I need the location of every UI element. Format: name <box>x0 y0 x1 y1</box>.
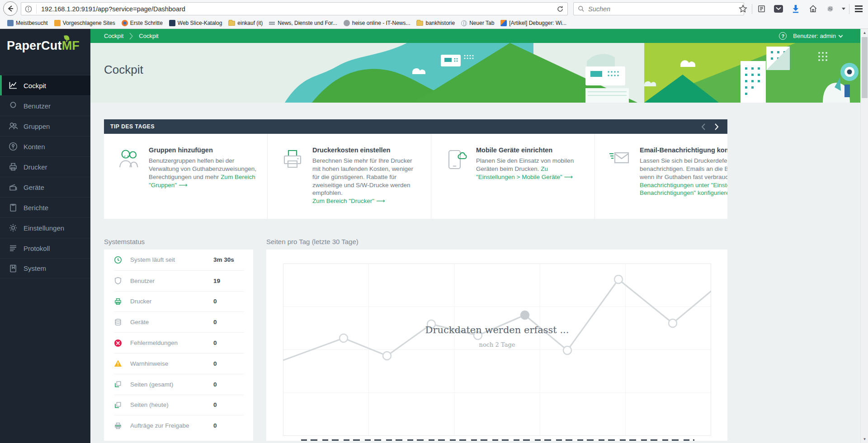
breadcrumb-cockpit[interactable]: Cockpit <box>104 33 123 39</box>
sidebar-item-drucker[interactable]: Drucker <box>0 156 90 177</box>
tip-title: Email-Benachrichtigung konfigurieren <box>640 146 727 155</box>
sidebar-item-protokoll[interactable]: Protokoll <box>0 238 90 258</box>
sidebar-item-system[interactable]: System <box>0 258 90 278</box>
tip-card-text: Mobile Geräte einrichten Planen Sie den … <box>476 146 584 219</box>
bookmark-item[interactable]: Vorgeschlagene Sites <box>51 18 118 28</box>
bookmark-label: Web Slice-Katalog <box>178 20 222 26</box>
pages-chart-card: Druckdaten werden erfasst ... noch 2 Tag… <box>266 250 727 441</box>
scrollbar-thumb[interactable] <box>862 37 868 98</box>
scroll-up-arrow[interactable]: ▲ <box>861 29 868 37</box>
tip-card-text: Gruppen hinzufügen Benutzergruppen helfe… <box>149 146 256 219</box>
uptime-clock-icon <box>114 256 122 264</box>
papercut-logo: PaperCutMF <box>0 29 90 53</box>
tip-body: Lassen Sie sich bei Druckerdefekten bena… <box>640 157 727 180</box>
sidebar: PaperCutMF Cockpit Benutzer <box>0 29 90 443</box>
chevron-down-icon <box>842 8 845 10</box>
arrow-right-icon[interactable]: ⟶ <box>179 182 187 189</box>
debugger-article-icon <box>500 20 507 26</box>
bookmark-star-button[interactable] <box>734 0 751 18</box>
search-bar[interactable]: Suchen <box>573 2 744 15</box>
home-button[interactable] <box>804 0 821 18</box>
arrow-right-icon[interactable]: ⟶ <box>564 174 572 180</box>
sidebar-item-label: Gruppen <box>24 123 50 130</box>
status-row-uptime: System läuft seit 3m 30s <box>114 250 244 270</box>
sidebar-item-label: System <box>24 264 46 272</box>
toolbar-divider-2 <box>849 4 849 14</box>
bookmark-label: heise online - IT-News... <box>352 20 410 26</box>
hamburger-icon <box>855 5 863 12</box>
bookmark-label: Meistbesucht <box>16 20 48 26</box>
printer-icon <box>8 162 18 172</box>
breadcrumb-chevron-icon <box>129 33 133 40</box>
tip-card-text: Druckerkosten einstellen Berechnen Sie m… <box>312 146 420 219</box>
pages-chart-section: Seiten pro Tag (letzte 30 Tage) Druckdat… <box>266 238 727 441</box>
pages-chart-heading: Seiten pro Tag (letzte 30 Tage) <box>266 238 727 245</box>
bookmark-label: News, Dienste und For... <box>278 20 337 26</box>
help-icon[interactable]: ? <box>779 32 787 40</box>
tip-body: Berechnen Sie mehr für Ihre Drucker mit … <box>312 157 413 196</box>
page-info-icon[interactable] <box>25 5 32 13</box>
bookmark-label: Neuer Tab <box>469 20 494 26</box>
bookmark-item[interactable]: [Artikel] Debugger: Wi... <box>497 18 570 28</box>
group-users-icon <box>117 146 141 219</box>
scroll-down-arrow[interactable]: ▼ <box>861 435 868 443</box>
overflow-chevron-button[interactable] <box>839 0 849 18</box>
url-text[interactable]: 192.168.1.20:9191/app?service=page/Dashb… <box>41 5 557 13</box>
sidebar-item-gruppen[interactable]: Gruppen <box>0 116 90 136</box>
bookmark-item[interactable]: Meistbesucht <box>4 18 51 28</box>
papercut-app: PaperCutMF Cockpit Benutzer <box>0 29 868 443</box>
clipboard-icon <box>8 203 18 212</box>
tip-title: Gruppen hinzufügen <box>149 146 256 155</box>
star-icon <box>739 5 747 13</box>
reload-icon[interactable] <box>557 5 564 13</box>
web-slice-icon <box>169 20 175 26</box>
user-menu[interactable]: Benutzer: admin <box>793 33 842 39</box>
bookmarks-bar: Meistbesucht Vorgeschlagene Sites Erste … <box>0 18 868 28</box>
pocket-button[interactable] <box>770 0 787 18</box>
bookmark-item[interactable]: Erste Schritte <box>118 18 166 28</box>
sidebar-item-konten[interactable]: Konten <box>0 136 90 156</box>
sidebar-item-einstellungen[interactable]: Einstellungen <box>0 217 90 238</box>
page-scrollbar[interactable]: ▲ ▼ <box>860 29 868 443</box>
log-lines-icon <box>8 243 18 253</box>
release-jobs-icon <box>114 422 122 430</box>
url-bar[interactable]: 192.168.1.20:9191/app?service=page/Dashb… <box>21 2 568 15</box>
toolbar-buttons <box>734 0 867 18</box>
tip-link[interactable]: Zum Bereich "Drucker" <box>312 198 374 204</box>
back-button[interactable] <box>3 1 18 16</box>
sidebar-item-benutzer[interactable]: Benutzer <box>0 95 90 116</box>
tip-link[interactable]: Benachrichtigungen unter "Einstellungen … <box>640 182 727 197</box>
dashboard-chart-icon <box>8 80 18 90</box>
heise-security-icon <box>269 20 275 26</box>
printer-cost-icon <box>280 146 305 219</box>
bookmark-label: Erste Schritte <box>130 20 163 26</box>
sidebar-item-cockpit[interactable]: Cockpit <box>0 75 90 95</box>
tips-cards: Gruppen hinzufügen Benutzergruppen helfe… <box>104 134 727 219</box>
sidebar-item-berichte[interactable]: Berichte <box>0 197 90 217</box>
bookmark-item[interactable]: Web Slice-Katalog <box>166 18 226 28</box>
library-button[interactable] <box>753 0 770 18</box>
devices-stack-icon <box>114 318 122 326</box>
sidebar-item-label: Geräte <box>24 184 44 191</box>
new-tab-globe-icon <box>461 20 467 26</box>
extension-button[interactable] <box>821 0 839 18</box>
system-status-section: Systemstatus System läuft seit 3m 30s <box>104 238 253 441</box>
extension-icon <box>826 5 834 13</box>
bookmark-item[interactable]: Neuer Tab <box>458 18 497 28</box>
arrow-right-icon[interactable]: ⟶ <box>376 198 384 204</box>
sidebar-item-geraete[interactable]: Geräte <box>0 177 90 197</box>
user-icon <box>8 101 18 111</box>
key-circle-icon <box>8 141 18 151</box>
bookmark-item[interactable]: einkauf (it) <box>225 18 266 28</box>
download-icon <box>792 5 800 13</box>
library-icon <box>757 5 766 13</box>
download-button[interactable] <box>787 0 804 18</box>
menu-button[interactable] <box>850 0 867 18</box>
search-icon <box>578 5 585 12</box>
status-label: Aufträge zur Freigabe <box>130 422 189 429</box>
tips-next-button[interactable] <box>712 122 721 131</box>
bookmark-item[interactable]: News, Dienste und For... <box>266 18 340 28</box>
bookmark-item[interactable]: heise online - IT-News... <box>340 18 414 28</box>
bookmark-item[interactable]: bankhistorie <box>413 18 458 28</box>
tips-prev-button[interactable] <box>698 122 708 131</box>
